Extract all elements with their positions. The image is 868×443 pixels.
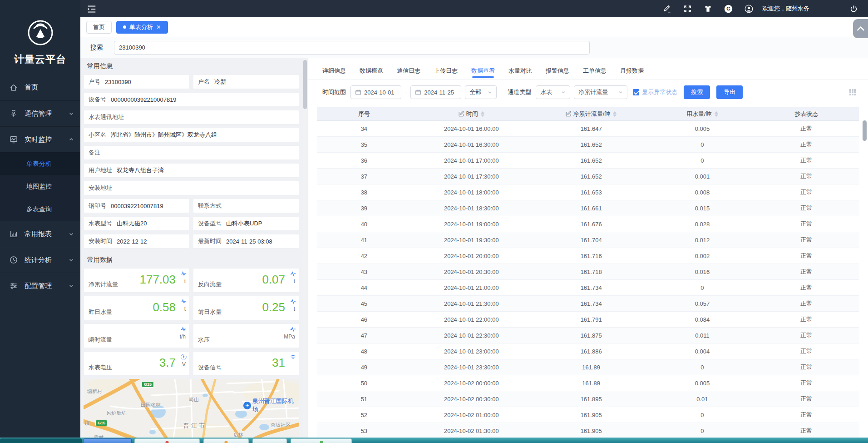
table-cell: 0	[651, 428, 754, 434]
search-input[interactable]	[114, 41, 590, 55]
detail-tab-8[interactable]: 月报数据	[620, 67, 644, 80]
sidebar-subitem-map-monitor[interactable]: 地图监控	[0, 175, 80, 198]
open-tab-single-meter-analysis[interactable]: 单表分析	[116, 21, 168, 34]
table-row[interactable]: 412024-10-01 19:30:00161.7040.012正常	[317, 232, 859, 248]
table-cell: 47	[317, 332, 411, 339]
scroll-top-button[interactable]	[853, 19, 868, 38]
scrollbar-thumb[interactable]	[303, 60, 307, 109]
table-row[interactable]: 342024-10-01 16:00:00161.6470.005正常	[317, 121, 859, 137]
table-cell: 2024-10-01 21:00:00	[411, 284, 532, 291]
table-row[interactable]: 462024-10-01 22:00:00161.7910.084正常	[317, 312, 859, 328]
export-button[interactable]: 导出	[716, 85, 743, 99]
detail-tab-6[interactable]: 报警信息	[546, 67, 569, 80]
table-row[interactable]: 512024-10-02 00:30:00161.8950.01正常	[317, 391, 859, 407]
table-row[interactable]: 402024-10-01 19:00:00161.6760.028正常	[317, 216, 859, 232]
detail-tab-4[interactable]: 数据查看	[471, 67, 495, 80]
sidebar-item-comm-mgmt[interactable]: 通信管理	[0, 100, 80, 126]
field-value: 23100390	[105, 79, 131, 85]
chevron-up-icon	[857, 26, 864, 34]
metric-card: 0.25t前日水量	[193, 296, 299, 320]
taskbar-window-button[interactable]	[203, 438, 249, 443]
taskbar-window-button[interactable]	[291, 438, 352, 443]
fullscreen-icon[interactable]	[683, 5, 692, 13]
info-field: 安装地址	[84, 181, 299, 195]
table-cell: 正常	[754, 347, 859, 355]
table-cell: 161.791	[532, 316, 651, 323]
table-row[interactable]: 392024-10-01 18:30:00161.6610.015正常	[317, 200, 859, 216]
sidebar-subitem-multi-meter-query[interactable]: 多表查询	[0, 198, 80, 221]
sort-carets-icon[interactable]	[613, 111, 616, 117]
channel-select[interactable]: 水表	[536, 85, 570, 99]
detail-tab-2[interactable]: 通信日志	[397, 67, 420, 80]
table-row[interactable]: 432024-10-01 20:30:00161.7180.016正常	[317, 264, 859, 280]
table-cell: 正常	[754, 299, 859, 308]
location-map[interactable]: 塘新村田园张林崎山风炉后坑晋江市后林杏坂社区霞村镇G15G15✈泉州晋江国际机场	[84, 379, 299, 438]
google-icon[interactable]: G	[724, 5, 733, 13]
metric-select[interactable]: 净累计流量	[574, 85, 627, 99]
field-label: 户号	[89, 78, 100, 86]
logout-power-icon[interactable]	[849, 5, 858, 13]
avatar[interactable]	[745, 5, 753, 13]
table-row[interactable]: 492024-10-01 23:30:00161.890正常	[317, 359, 859, 375]
sidebar-item-config[interactable]: 配置管理	[0, 273, 80, 299]
detail-tab-5[interactable]: 水量对比	[508, 67, 532, 80]
sidebar-item-statistics[interactable]: 统计分析	[0, 247, 80, 273]
detail-tab-7[interactable]: 工单信息	[583, 67, 607, 80]
table-row[interactable]: 472024-10-01 22:30:00161.8750.011正常	[317, 328, 859, 343]
table-column-header[interactable]: 净累计流量/吨	[532, 110, 651, 118]
open-tab-home[interactable]: 首页	[86, 21, 112, 34]
app-screen: 计量云平台 首页通信管理实时监控单表分析地图监控多表查询常用报表统计分析配置管理…	[0, 0, 868, 443]
theme-icon[interactable]	[704, 5, 712, 13]
table-row[interactable]: 522024-10-02 01:00:00161.9050正常	[317, 407, 859, 423]
edit-icon[interactable]	[663, 5, 671, 13]
metric-unit: t	[184, 278, 186, 284]
open-tabs-bar: 首页单表分析	[80, 17, 868, 37]
table-cell: 161.89	[532, 364, 651, 371]
info-field-row: 备注	[84, 145, 299, 160]
granularity-select[interactable]: 全部	[465, 85, 497, 99]
table-row[interactable]: 422024-10-01 20:00:00161.7160.002正常	[317, 248, 859, 264]
table-row[interactable]: 372024-10-01 17:30:00161.6520.001正常	[317, 169, 859, 184]
sidebar-item-realtime-monitor[interactable]: 实时监控	[0, 126, 80, 152]
table-column-header[interactable]: 时间	[411, 110, 532, 118]
pulse-icon	[181, 299, 187, 304]
table-row[interactable]: 502024-10-02 00:00:00161.890.005正常	[317, 375, 859, 391]
taskbar-window-button[interactable]	[83, 438, 132, 443]
metric-label: 水表电压	[89, 363, 112, 372]
table-row[interactable]: 442024-10-01 21:00:00161.7340正常	[317, 280, 859, 296]
detail-tab-0[interactable]: 详细信息	[322, 67, 346, 80]
table-row[interactable]: 382024-10-01 18:00:00161.6530.008正常	[317, 184, 859, 200]
table-cell: 正常	[754, 331, 859, 339]
sidebar-subitem-single-meter-analysis[interactable]: 单表分析	[0, 153, 80, 175]
taskbar-window-button[interactable]	[0, 438, 82, 443]
sort-carets-icon[interactable]	[481, 111, 484, 117]
sort-carets-icon[interactable]	[715, 111, 718, 117]
table-row[interactable]: 482024-10-01 23:00:00161.8860.004正常	[317, 343, 859, 359]
sidebar-item-home[interactable]: 首页	[0, 75, 80, 100]
date-to-input[interactable]: 2024-11-25	[410, 85, 461, 99]
field-value: 山科小表UDP	[226, 219, 262, 228]
chevron-down-icon	[561, 90, 566, 95]
table-cell: 正常	[754, 379, 859, 387]
show-abnormal-checkbox[interactable]: 显示异常状态	[633, 88, 677, 96]
column-settings-icon[interactable]	[849, 89, 856, 96]
detail-tab-3[interactable]: 上传日志	[434, 67, 458, 80]
table-row[interactable]: 452024-10-01 21:30:00161.7340.057正常	[317, 296, 859, 312]
scrollbar-thumb[interactable]	[863, 120, 867, 141]
table-column-header[interactable]: 用水量/吨	[651, 110, 754, 118]
detail-tab-1[interactable]: 数据概览	[360, 67, 383, 80]
sidebar: 计量云平台 首页通信管理实时监控单表分析地图监控多表查询常用报表统计分析配置管理	[0, 0, 80, 443]
close-icon[interactable]	[156, 25, 161, 30]
sidebar-item-reports[interactable]: 常用报表	[0, 221, 80, 247]
search-button[interactable]: 搜索	[684, 85, 710, 99]
date-from-input[interactable]: 2024-10-01	[350, 85, 401, 99]
collapse-menu-icon[interactable]	[87, 4, 97, 13]
taskbar-window-button[interactable]	[134, 438, 200, 443]
table-cell: 34	[317, 125, 411, 132]
table-row[interactable]: 352024-10-01 16:30:00161.6520正常	[317, 137, 859, 153]
info-field: 小区名湖北省》随州市》随州城区》双龙寺八组	[84, 128, 299, 142]
table-row[interactable]: 362024-10-01 17:00:00161.6520正常	[317, 153, 859, 169]
taskbar-window-button[interactable]	[252, 438, 287, 443]
table-row[interactable]: 532024-10-02 01:30:00161.9050正常	[317, 423, 859, 439]
bar-chart-icon	[9, 229, 18, 239]
